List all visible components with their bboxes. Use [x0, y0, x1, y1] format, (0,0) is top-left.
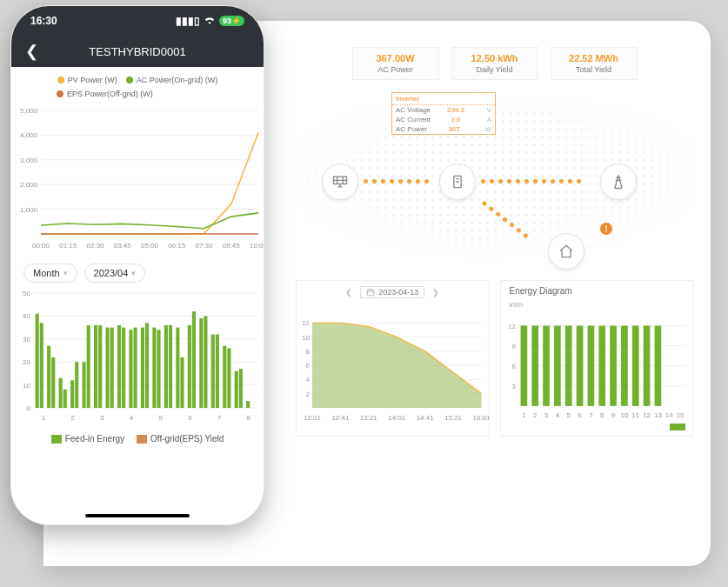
svg-text:8: 8 — [247, 414, 251, 422]
svg-rect-108 — [129, 330, 132, 408]
period-picker[interactable]: 2023/04▾ — [84, 263, 146, 283]
svg-rect-40 — [576, 326, 583, 406]
svg-rect-105 — [110, 328, 114, 408]
svg-rect-127 — [239, 369, 243, 408]
inverter-icon — [449, 173, 466, 190]
power-line-chart: 1,0002,0003,0004,0005,00000:0001:1502:30… — [11, 105, 264, 253]
svg-text:9: 9 — [611, 411, 615, 419]
wifi-icon — [204, 15, 216, 27]
svg-text:12: 12 — [508, 323, 516, 330]
svg-rect-109 — [134, 328, 137, 408]
desktop-panels: ❮ 2023-04-13 ❯ 2468101212:0112:4113:2114… — [296, 280, 693, 437]
tower-icon — [610, 173, 627, 190]
svg-rect-38 — [564, 326, 571, 406]
svg-rect-99 — [75, 362, 78, 408]
svg-text:13:21: 13:21 — [360, 414, 378, 422]
svg-text:5: 5 — [158, 414, 163, 422]
bar-chart-legend: Feed-in Energy Off-grid(EPS) Yield — [11, 427, 264, 456]
grid-node[interactable] — [600, 163, 637, 200]
flow-pv-inverter — [364, 179, 435, 183]
pv-node[interactable] — [322, 163, 358, 200]
svg-rect-118 — [188, 325, 191, 408]
svg-text:11: 11 — [631, 411, 639, 419]
svg-text:3: 3 — [100, 414, 104, 422]
flow-inverter-grid — [481, 179, 594, 183]
kpi-value: 22.52 MWh — [555, 53, 633, 63]
kpi-label: AC Power — [357, 65, 435, 74]
clock: 16:30 — [30, 15, 57, 27]
svg-text:4: 4 — [130, 414, 134, 422]
svg-rect-116 — [176, 328, 179, 408]
svg-rect-36 — [554, 326, 561, 406]
svg-rect-110 — [141, 328, 144, 408]
svg-text:3,000: 3,000 — [20, 157, 38, 164]
kpi-label: Daily Yield — [456, 65, 534, 74]
svg-rect-111 — [145, 323, 149, 408]
next-arrow-icon[interactable]: ❯ — [430, 288, 442, 297]
warning-icon[interactable]: ! — [600, 223, 612, 235]
svg-rect-115 — [169, 325, 172, 408]
svg-rect-107 — [122, 328, 125, 408]
svg-rect-46 — [610, 326, 617, 406]
date-picker[interactable]: 2023-04-13 — [360, 286, 424, 298]
svg-text:4: 4 — [555, 411, 559, 419]
svg-text:3: 3 — [544, 411, 548, 419]
chevron-down-icon: ▾ — [63, 269, 68, 277]
svg-text:02:30: 02:30 — [86, 242, 104, 250]
svg-text:6: 6 — [188, 414, 192, 422]
home-node[interactable] — [548, 233, 584, 270]
status-right: ▮▮▮▯ 93⚡ — [176, 15, 244, 27]
area-chart: 2468101212:0112:4113:2114:0114:4115:2116… — [297, 304, 489, 425]
panel-head: ❮ 2023-04-13 ❯ — [297, 281, 489, 304]
granularity-picker[interactable]: Month▾ — [23, 263, 77, 283]
svg-text:12:01: 12:01 — [304, 414, 322, 422]
chevron-down-icon: ▾ — [131, 269, 136, 277]
inverter-node[interactable] — [439, 163, 476, 200]
svg-text:14:01: 14:01 — [388, 414, 406, 422]
svg-text:1,000: 1,000 — [20, 206, 38, 214]
svg-rect-128 — [246, 401, 250, 408]
svg-text:1: 1 — [42, 414, 46, 422]
panel-title: Energy Diagram — [501, 281, 693, 301]
kpi-value: 367.00W — [357, 53, 435, 63]
energy-bar-chart: 01020304050123456789101112 — [11, 286, 264, 425]
svg-rect-95 — [51, 357, 55, 408]
legend-pv: PV Power (W) — [57, 76, 117, 84]
svg-text:6: 6 — [306, 362, 311, 370]
svg-text:30: 30 — [23, 336, 30, 344]
home-indicator[interactable] — [85, 514, 190, 517]
svg-text:2,000: 2,000 — [20, 181, 38, 189]
back-icon[interactable]: ❮ — [25, 42, 38, 61]
svg-text:07:30: 07:30 — [195, 242, 213, 250]
kpi-value: 12.50 kWh — [456, 53, 534, 63]
legend-offgrid: Off-grid(EPS) Yield — [137, 434, 224, 444]
svg-rect-92 — [36, 314, 39, 408]
svg-text:12: 12 — [302, 319, 310, 327]
svg-text:7: 7 — [217, 414, 222, 422]
svg-text:3: 3 — [511, 383, 516, 390]
svg-text:12:41: 12:41 — [331, 414, 350, 422]
kpi-row: 367.00W AC Power 12.50 kWh Daily Yield 2… — [278, 47, 711, 80]
svg-text:1: 1 — [522, 411, 526, 419]
prev-arrow-icon[interactable]: ❮ — [343, 288, 355, 297]
svg-text:08:45: 08:45 — [223, 242, 241, 250]
svg-text:6: 6 — [511, 363, 516, 370]
tooltip-row: AC Power 367 W — [392, 124, 495, 134]
svg-rect-34 — [543, 326, 550, 406]
kpi-ac-power: 367.00W AC Power — [352, 47, 439, 80]
svg-rect-126 — [235, 371, 238, 408]
svg-text:5,000: 5,000 — [20, 107, 38, 115]
svg-rect-96 — [59, 378, 63, 408]
legend-ac: AC Power(On-grid) (W) — [126, 76, 218, 84]
svg-rect-119 — [192, 311, 196, 408]
svg-text:7: 7 — [589, 411, 593, 419]
svg-text:8: 8 — [600, 411, 604, 419]
svg-text:50: 50 — [23, 290, 30, 297]
legend-feedin: Feed-in Energy — [51, 434, 124, 444]
svg-text:10: 10 — [620, 411, 628, 419]
svg-text:10: 10 — [302, 334, 310, 342]
svg-rect-93 — [40, 323, 43, 408]
svg-rect-54 — [654, 326, 661, 406]
svg-text:0: 0 — [27, 404, 31, 412]
svg-text:15: 15 — [676, 411, 684, 419]
